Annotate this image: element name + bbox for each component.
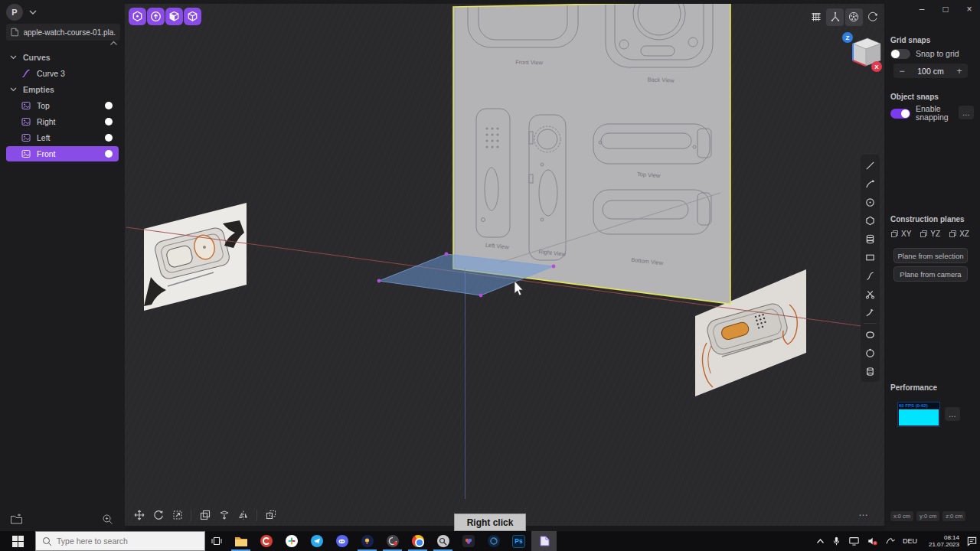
solid-mode-button[interactable] xyxy=(147,8,165,25)
collapse-outliner-icon[interactable] xyxy=(109,41,118,46)
display-icon[interactable] xyxy=(848,536,860,546)
outliner-section-empties[interactable]: Empties xyxy=(6,82,119,97)
close-button[interactable]: × xyxy=(962,4,976,15)
microphone-icon[interactable] xyxy=(831,536,841,546)
search-icon xyxy=(42,536,52,546)
taskbar-app-telegram[interactable] xyxy=(304,531,329,551)
axes-view-button[interactable] xyxy=(826,8,844,26)
front-blueprint-plane[interactable]: Front View Back View Top View Left View … xyxy=(453,0,730,304)
taskbar-clock[interactable]: 08:14 21.07.2023 xyxy=(924,534,959,548)
tool-trim[interactable] xyxy=(861,285,880,303)
search-box[interactable] xyxy=(35,531,205,551)
mirror-tool-button[interactable] xyxy=(235,507,251,523)
blueprint-label-back: Back View xyxy=(647,76,675,83)
enable-snapping-toggle[interactable] xyxy=(890,109,910,119)
polygon-icon xyxy=(864,215,876,227)
grid-size-value[interactable]: 100 cm xyxy=(910,67,951,76)
app-logo[interactable]: P xyxy=(6,4,23,21)
plane-from-selection-button[interactable]: Plane from selection xyxy=(893,248,968,263)
tool-control-point-curve[interactable] xyxy=(861,174,880,193)
file-item[interactable]: apple-watch-course-01.pla... xyxy=(6,24,120,41)
new-folder-icon[interactable] xyxy=(10,514,23,525)
viewport[interactable]: Front View Back View Top View Left View … xyxy=(125,0,884,531)
plane-xy-button[interactable]: XY xyxy=(890,230,911,238)
pen-input-icon[interactable] xyxy=(885,536,896,546)
taskbar-app-discord[interactable] xyxy=(329,531,354,551)
plane-vertex[interactable] xyxy=(377,279,381,283)
taskbar-app-resolve[interactable] xyxy=(456,531,481,551)
push-face-tool-button[interactable] xyxy=(216,507,232,523)
tool-ellipse[interactable] xyxy=(861,325,880,344)
grid-size-increase-button[interactable]: + xyxy=(951,66,968,77)
outliner-item-left[interactable]: Left xyxy=(6,130,119,145)
taskbar-app-corel[interactable] xyxy=(354,531,380,551)
outliner-item-front[interactable]: Front xyxy=(6,146,119,161)
plane-vertex[interactable] xyxy=(552,265,556,269)
performance-more-button[interactable]: … xyxy=(945,407,960,421)
visibility-toggle[interactable] xyxy=(105,118,113,126)
object-snaps-more-button[interactable]: … xyxy=(959,106,974,119)
tool-sphere[interactable] xyxy=(861,344,880,362)
plane-vertex[interactable] xyxy=(445,253,449,256)
tool-spline[interactable] xyxy=(861,266,880,285)
start-button[interactable] xyxy=(0,531,35,551)
minimize-button[interactable]: – xyxy=(915,4,929,15)
task-view-button[interactable] xyxy=(205,531,228,551)
shaded-cube-button[interactable] xyxy=(165,8,183,25)
outliner-item-curve3[interactable]: Curve 3 xyxy=(6,66,119,81)
wireframe-cube-button[interactable] xyxy=(184,8,201,25)
taskbar-app-ccleaner[interactable] xyxy=(253,531,279,551)
tray-chevron-up-icon[interactable] xyxy=(816,538,825,544)
taskbar-app-cinema4d[interactable] xyxy=(481,531,506,551)
tool-line[interactable] xyxy=(861,156,880,174)
plane-vertex[interactable] xyxy=(479,294,483,298)
orbit-view-button[interactable] xyxy=(864,8,881,26)
rotate-tool-button[interactable] xyxy=(150,507,166,523)
taskbar-app-photoshop[interactable]: Ps xyxy=(506,531,531,551)
notification-center-icon[interactable] xyxy=(966,536,978,546)
tool-polygon[interactable] xyxy=(861,211,880,230)
render-view-button[interactable] xyxy=(845,8,863,26)
visibility-toggle[interactable] xyxy=(105,134,113,142)
app-menu-chevron-icon[interactable] xyxy=(28,9,38,15)
taskbar-app-slack[interactable] xyxy=(279,531,304,551)
plane-xz-button[interactable]: XZ xyxy=(949,230,969,238)
sketch-mode-button[interactable] xyxy=(129,8,146,25)
tool-rectangle[interactable] xyxy=(861,248,880,266)
taskbar-app-plasticity[interactable] xyxy=(531,531,557,551)
move-tool-button[interactable] xyxy=(131,507,147,523)
language-indicator[interactable]: DEU xyxy=(903,537,917,545)
array-tool-button[interactable] xyxy=(263,507,279,523)
grid-view-button[interactable] xyxy=(808,8,825,26)
pureref-icon xyxy=(437,535,449,547)
taskbar-app-chrome[interactable] xyxy=(405,531,430,551)
duplicate-tool-button[interactable] xyxy=(197,507,213,523)
tool-offset-curve[interactable] xyxy=(861,303,880,321)
scale-tool-button[interactable] xyxy=(169,507,185,523)
outliner-section-curves[interactable]: Curves xyxy=(6,50,119,65)
viewport-more-button[interactable]: … xyxy=(858,507,869,518)
taskbar-app-pureref[interactable] xyxy=(430,531,456,551)
snap-to-grid-toggle[interactable] xyxy=(890,49,910,59)
visibility-toggle[interactable] xyxy=(105,150,113,158)
grid-size-decrease-button[interactable]: − xyxy=(893,66,910,77)
outliner-item-top[interactable]: Top xyxy=(6,98,119,113)
left-image-plane[interactable] xyxy=(144,203,247,311)
visibility-toggle[interactable] xyxy=(105,102,113,109)
tool-circle[interactable] xyxy=(861,193,880,211)
zoom-icon[interactable] xyxy=(102,514,113,525)
search-input[interactable] xyxy=(57,536,179,546)
plane-yz-button[interactable]: YZ xyxy=(920,230,940,238)
speaker-muted-icon[interactable] xyxy=(867,536,878,546)
outliner-item-right[interactable]: Right xyxy=(6,114,119,129)
tool-cylinder-stack[interactable] xyxy=(861,230,880,248)
line-icon xyxy=(864,160,876,171)
cylinder-stack-icon xyxy=(864,233,876,245)
plane-from-camera-button[interactable]: Plane from camera xyxy=(893,266,968,282)
viewport-canvas[interactable]: Front View Back View Top View Left View … xyxy=(125,0,884,531)
tool-solid-cylinder[interactable] xyxy=(861,362,880,380)
maximize-button[interactable]: □ xyxy=(939,4,952,15)
taskbar-app-explorer[interactable] xyxy=(228,531,253,551)
taskbar-app-recorder[interactable] xyxy=(380,531,405,551)
nav-cube[interactable]: Z X xyxy=(842,32,882,72)
